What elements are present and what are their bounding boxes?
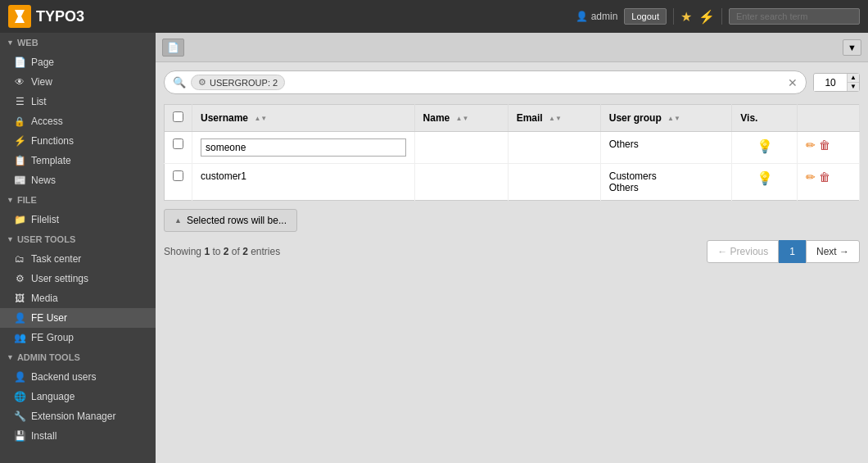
logout-button[interactable]: Logout: [624, 8, 667, 25]
sidebar-item-view[interactable]: View: [0, 72, 156, 92]
install-icon: [13, 429, 26, 443]
toolbar-dropdown-button[interactable]: ▼: [843, 39, 861, 56]
sidebar-item-media[interactable]: Media: [0, 288, 156, 308]
sidebar-item-template[interactable]: Template: [0, 151, 156, 170]
content-inner: 🔍 ⚙ USERGROUP: 2 ✕ ▲ ▼: [156, 62, 868, 463]
select-all-checkbox[interactable]: [173, 111, 183, 122]
row1-delete-icon[interactable]: 🗑: [819, 138, 830, 152]
row2-usergroup-cell: Customers Others: [600, 164, 732, 201]
sidebar-item-install[interactable]: Install: [0, 426, 156, 446]
page-1-button[interactable]: 1: [779, 240, 806, 263]
row1-email-cell: [508, 132, 600, 164]
toolbar-new-button[interactable]: 📄: [162, 39, 184, 57]
row2-bulb-icon[interactable]: 💡: [757, 171, 773, 185]
row2-username-cell: customer1: [192, 164, 415, 201]
main-layout: WEB Page View List Access Functions Temp…: [0, 33, 868, 463]
content-toolbar: 📄 ▼: [156, 33, 868, 62]
template-icon: [13, 154, 26, 167]
extmanager-icon: [13, 410, 26, 423]
sidebar-item-usersettings[interactable]: User settings: [0, 269, 156, 288]
sidebar-item-language[interactable]: Language: [0, 387, 156, 406]
sidebar-section-admin-tools[interactable]: ADMIN TOOLS: [0, 347, 156, 367]
sidebar-item-taskcenter[interactable]: Task center: [0, 249, 156, 269]
row1-checkbox[interactable]: [173, 138, 183, 149]
usergroup-sort-icon[interactable]: ▲▼: [667, 115, 680, 122]
col-header-check: [165, 105, 192, 132]
next-page-button[interactable]: Next →: [806, 240, 860, 263]
filter-clear-button[interactable]: ✕: [788, 76, 798, 89]
row2-actions-cell: ✏ 🗑: [798, 164, 860, 201]
fegroup-icon: [13, 331, 26, 344]
logo: TYPO3: [8, 5, 84, 28]
sidebar-section-web[interactable]: WEB: [0, 33, 156, 52]
search-input[interactable]: [729, 8, 860, 25]
row1-bulb-icon[interactable]: 💡: [757, 139, 773, 153]
sidebar-item-backendusers[interactable]: Backend users: [0, 367, 156, 387]
col-header-username: Username ▲▼: [192, 105, 415, 132]
sidebar-item-functions[interactable]: Functions: [0, 131, 156, 151]
filter-bar: 🔍 ⚙ USERGROUP: 2 ✕ ▲ ▼: [164, 70, 860, 94]
sidebar-item-fegroup[interactable]: FE Group: [0, 328, 156, 347]
admin-badge: 👤 admin: [576, 11, 618, 22]
per-page-down[interactable]: ▼: [848, 83, 859, 91]
access-icon: [13, 115, 26, 128]
sidebar-section-user-tools[interactable]: USER TOOLS: [0, 229, 156, 249]
row2-name-cell: [414, 164, 508, 201]
page-icon: [13, 56, 26, 69]
prev-page-button[interactable]: ← Previous: [707, 240, 779, 263]
row2-action-icons: ✏ 🗑: [806, 170, 851, 184]
sidebar-item-access[interactable]: Access: [0, 111, 156, 131]
list-icon: [13, 95, 26, 108]
row2-email-cell: [508, 164, 600, 201]
filelist-icon: [13, 213, 26, 226]
email-sort-icon[interactable]: ▲▼: [549, 115, 562, 122]
col-header-name: Name ▲▼: [414, 105, 508, 132]
backendusers-icon: [13, 370, 26, 384]
sidebar-item-extmanager[interactable]: Extension Manager: [0, 406, 156, 426]
per-page-up[interactable]: ▲: [848, 74, 859, 83]
sidebar-item-page[interactable]: Page: [0, 52, 156, 72]
row2-checkbox[interactable]: [173, 170, 183, 181]
row1-actions-cell: ✏ 🗑: [798, 132, 860, 164]
new-icon: 📄: [167, 42, 179, 53]
table-row: customer1 Customers Others 💡: [165, 164, 860, 201]
view-icon: [13, 75, 26, 89]
col-header-actions: [798, 105, 860, 132]
sidebar-item-filelist[interactable]: Filelist: [0, 210, 156, 229]
feuser-icon: [13, 311, 26, 325]
taskcenter-icon: [13, 252, 26, 266]
functions-icon: [13, 134, 26, 148]
row1-edit-icon[interactable]: ✏: [806, 138, 816, 152]
admin-label: admin: [591, 11, 618, 22]
col-header-email: Email ▲▼: [508, 105, 600, 132]
media-icon: [13, 292, 26, 305]
filter-tag-text: USERGROUP: 2: [210, 78, 278, 88]
col-header-usergroup: User group ▲▼: [600, 105, 732, 132]
filter-tag[interactable]: ⚙ USERGROUP: 2: [191, 75, 285, 90]
bottom-actions: Selected rows will be...: [164, 209, 860, 232]
per-page-input[interactable]: [814, 75, 847, 91]
sidebar-section-file[interactable]: FILE: [0, 190, 156, 210]
filter-input-wrap: 🔍 ⚙ USERGROUP: 2 ✕: [164, 70, 807, 94]
filter-search-icon: 🔍: [173, 76, 186, 89]
selected-rows-button[interactable]: Selected rows will be...: [164, 209, 297, 232]
divider: [673, 8, 674, 25]
row1-username-cell: [192, 132, 415, 164]
row2-check-cell: [165, 164, 192, 201]
content-area: 📄 ▼ 🔍 ⚙ USERGROUP: 2 ✕: [156, 33, 868, 463]
bookmark-icon[interactable]: ★: [680, 9, 692, 25]
row2-delete-icon[interactable]: 🗑: [819, 170, 830, 184]
sidebar: WEB Page View List Access Functions Temp…: [0, 33, 156, 463]
name-sort-icon[interactable]: ▲▼: [456, 115, 469, 122]
per-page-wrap: ▲ ▼: [813, 73, 860, 92]
username-sort-icon[interactable]: ▲▼: [254, 115, 267, 122]
usersettings-icon: [13, 272, 26, 285]
sidebar-item-news[interactable]: News: [0, 170, 156, 190]
flash-icon[interactable]: ⚡: [698, 9, 715, 25]
sidebar-item-list[interactable]: List: [0, 92, 156, 111]
table-row: Others 💡 ✏ 🗑: [165, 132, 860, 164]
row2-edit-icon[interactable]: ✏: [806, 170, 816, 184]
sidebar-item-feuser[interactable]: FE User: [0, 308, 156, 328]
row1-username-input[interactable]: [201, 138, 406, 157]
row1-usergroup-cell: Others: [600, 132, 732, 164]
